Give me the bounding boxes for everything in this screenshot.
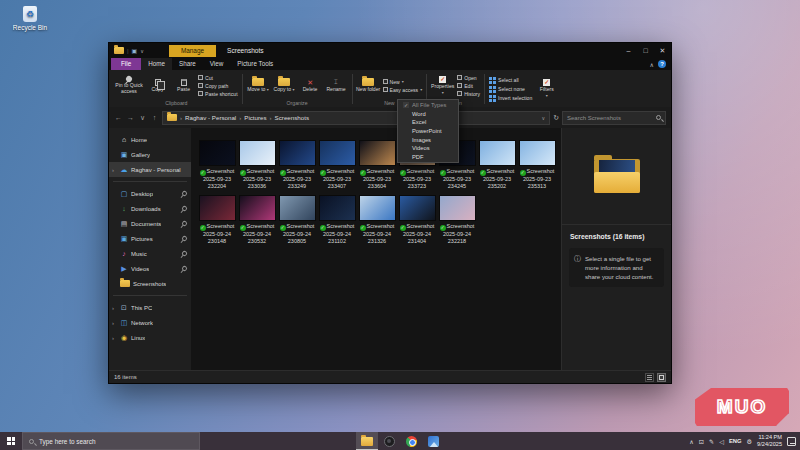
tab-home[interactable]: Home xyxy=(141,58,172,70)
display-icon[interactable]: ⊡ xyxy=(699,438,704,445)
sidebar-item-pictures[interactable]: ▣ Pictures xyxy=(109,231,191,246)
sidebar-item-network[interactable]: › ◫ Network xyxy=(109,315,191,330)
address-dropdown-chevron[interactable]: ∨ xyxy=(541,115,545,121)
file-item[interactable]: ✓Screenshot 2025-09-23 235202 xyxy=(477,140,517,189)
taskbar-file-explorer[interactable] xyxy=(356,432,378,450)
minimize-button[interactable]: – xyxy=(620,43,637,58)
expand-chevron-icon[interactable]: › xyxy=(112,305,114,311)
tab-file[interactable]: File xyxy=(111,58,141,70)
cut-button[interactable]: Cut xyxy=(198,75,238,81)
breadcrumb[interactable]: › Raghav - Personal › Pictures › Screens… xyxy=(162,111,550,125)
collapse-ribbon-icon[interactable]: ∧ xyxy=(650,61,654,68)
delete-button[interactable]: ✕ Delete xyxy=(298,71,323,100)
file-item[interactable]: ✓Screenshot 2025-09-24 230148 xyxy=(197,195,237,244)
history-button[interactable]: History xyxy=(457,91,480,97)
sidebar-item-gallery[interactable]: ▣ Gallery xyxy=(109,147,191,162)
file-item[interactable]: ✓Screenshot 2025-09-24 230532 xyxy=(237,195,277,244)
file-item[interactable]: ✓Screenshot 2025-09-23 233604 xyxy=(357,140,397,189)
refresh-icon[interactable]: ↻ xyxy=(553,114,559,122)
select-all-button[interactable]: Select all xyxy=(489,77,532,84)
file-item[interactable]: ✓Screenshot 2025-09-24 230805 xyxy=(277,195,317,244)
sidebar-item-onedrive[interactable]: › ☁ Raghav - Personal xyxy=(109,162,191,177)
copy-path-button[interactable]: Copy path xyxy=(198,83,238,89)
open-button[interactable]: Open xyxy=(457,75,480,81)
new-item-button[interactable]: New ▾ xyxy=(383,79,423,85)
language-indicator[interactable]: ENG xyxy=(729,438,742,444)
file-item[interactable]: ✓Screenshot 2025-09-23 233249 xyxy=(277,140,317,189)
copy-button[interactable]: Copy xyxy=(145,71,170,100)
rename-button[interactable]: ⌶ Rename xyxy=(324,71,349,100)
filter-menu-item[interactable]: Excel xyxy=(398,118,458,127)
file-item[interactable]: ✓Screenshot 2025-09-24 231404 xyxy=(397,195,437,244)
file-item[interactable]: ✓Screenshot 2025-09-23 235313 xyxy=(517,140,557,189)
easy-access-button[interactable]: Easy access ▾ xyxy=(383,87,423,93)
sidebar-item-desktop[interactable]: ▢ Desktop xyxy=(109,186,191,201)
tab-share[interactable]: Share xyxy=(172,58,203,70)
search-input[interactable]: Search Screenshots xyxy=(562,111,666,125)
start-button[interactable] xyxy=(0,432,22,450)
filter-menu-item[interactable]: PDF xyxy=(398,153,458,162)
action-center-icon[interactable] xyxy=(787,437,796,446)
sidebar-item-linux[interactable]: › ◉ Linux xyxy=(109,330,191,345)
filter-menu-item[interactable]: Images xyxy=(398,135,458,144)
taskbar-chrome[interactable] xyxy=(400,432,422,450)
breadcrumb-segment[interactable]: Screenshots xyxy=(275,114,309,121)
breadcrumb-segment[interactable]: Pictures xyxy=(244,114,266,121)
filter-menu-item[interactable]: ✓ All File Types xyxy=(398,101,458,110)
taskbar-clock[interactable]: 11:24 PM 9/24/2025 xyxy=(757,434,782,448)
forward-button[interactable]: → xyxy=(126,114,135,121)
maximize-button[interactable]: □ xyxy=(637,43,654,58)
taskbar-camera-app[interactable] xyxy=(378,432,400,450)
volume-icon[interactable]: ◁ xyxy=(719,438,724,445)
file-item[interactable]: ✓Screenshot 2025-09-24 231102 xyxy=(317,195,357,244)
filter-menu-item[interactable]: Videos xyxy=(398,144,458,153)
list-view-button[interactable] xyxy=(645,373,654,382)
sidebar-item-this-pc[interactable]: › ⊡ This PC xyxy=(109,300,191,315)
file-item[interactable]: ✓Screenshot 2025-09-23 232204 xyxy=(197,140,237,189)
pin-to-quick-access-button[interactable]: Pin to Quick access xyxy=(114,71,144,100)
filter-menu-item[interactable]: Word xyxy=(398,110,458,119)
filters-button[interactable]: ✓ Filters ▾ xyxy=(534,71,559,107)
back-button[interactable]: ← xyxy=(114,114,123,121)
sidebar-item-documents[interactable]: ▤ Documents xyxy=(109,216,191,231)
file-item[interactable]: ✓Screenshot 2025-09-23 233036 xyxy=(237,140,277,189)
manage-contextual-badge[interactable]: Manage xyxy=(169,45,216,57)
sidebar-item-videos[interactable]: ▶ Videos xyxy=(109,261,191,276)
move-to-button[interactable]: Move to ▾ xyxy=(246,71,271,100)
copy-to-button[interactable]: Copy to ▾ xyxy=(272,71,297,100)
file-item[interactable]: ✓Screenshot 2025-09-24 232218 xyxy=(437,195,477,244)
tab-view[interactable]: View xyxy=(203,58,231,70)
hidden-icons-chevron[interactable]: ∧ xyxy=(689,438,694,445)
close-button[interactable]: ✕ xyxy=(654,43,671,58)
taskbar-search[interactable]: Type here to search xyxy=(22,432,200,450)
select-none-button[interactable]: Select none xyxy=(489,86,532,93)
invert-selection-button[interactable]: Invert selection xyxy=(489,95,532,102)
thumbnail-view-button[interactable] xyxy=(657,373,666,382)
qat-customize-chevron[interactable]: ∨ xyxy=(140,48,144,54)
expand-chevron-icon[interactable]: › xyxy=(112,335,114,341)
breadcrumb-segment[interactable]: Raghav - Personal xyxy=(185,114,236,121)
quick-access-picture-icon[interactable]: ▣ xyxy=(132,47,138,54)
pen-icon[interactable]: ✎ xyxy=(709,438,714,445)
sidebar-item-home[interactable]: ⌂ Home xyxy=(109,132,191,147)
filter-menu-item[interactable]: PowerPoint xyxy=(398,127,458,136)
paste-button[interactable]: Paste xyxy=(171,71,196,100)
recycle-bin[interactable]: ♻ Recycle Bin xyxy=(9,6,51,31)
tab-picture-tools[interactable]: Picture Tools xyxy=(230,58,280,70)
recent-locations-chevron[interactable]: ∨ xyxy=(138,114,147,122)
expand-chevron-icon[interactable]: › xyxy=(112,167,114,173)
up-button[interactable]: ↑ xyxy=(150,114,159,121)
sidebar-item-music[interactable]: ♪ Music xyxy=(109,246,191,261)
help-icon[interactable]: ? xyxy=(658,60,666,68)
paste-shortcut-button[interactable]: Paste shortcut xyxy=(198,91,238,97)
file-item[interactable]: ✓Screenshot 2025-09-23 233407 xyxy=(317,140,357,189)
sidebar-item-screenshots[interactable]: Screenshots xyxy=(109,276,191,291)
file-item[interactable]: ✓Screenshot 2025-09-24 231326 xyxy=(357,195,397,244)
expand-chevron-icon[interactable]: › xyxy=(112,320,114,326)
gear-icon[interactable]: ⚙ xyxy=(747,438,753,445)
taskbar-photos[interactable] xyxy=(422,432,444,450)
new-folder-button[interactable]: New folder xyxy=(356,71,381,100)
edit-button[interactable]: Edit xyxy=(457,83,480,89)
sidebar-item-downloads[interactable]: ↓ Downloads xyxy=(109,201,191,216)
properties-button[interactable]: ✓ Properties ▾ xyxy=(430,71,455,100)
